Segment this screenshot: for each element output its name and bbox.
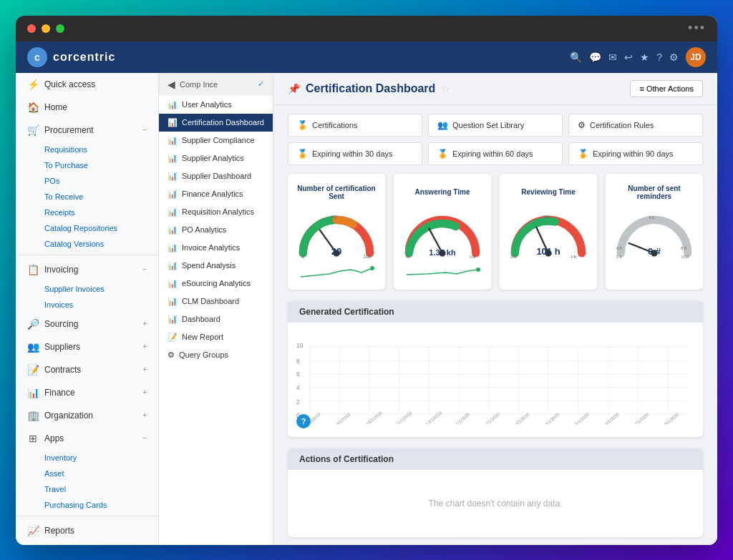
- svg-text:2: 2: [296, 398, 300, 406]
- generated-certification-chart-header: Generated Certification: [288, 301, 703, 323]
- nav-chart-icon-11: 📊: [168, 279, 178, 288]
- svg-text:11/1/2019: 11/1/2019: [395, 410, 413, 423]
- cert-sent-trend-svg: [296, 264, 377, 278]
- secondary-nav-invoice-analytics[interactable]: 📊 Invoice Analytics: [159, 239, 273, 257]
- expiring-60-button[interactable]: 🏅 Expiring within 60 days: [428, 142, 563, 165]
- svg-text:7/1/2020: 7/1/2020: [634, 411, 650, 423]
- sidebar-item-suppliers[interactable]: 👥 Suppliers +: [16, 335, 158, 358]
- invoicing-icon: 📋: [27, 264, 39, 275]
- settings-icon[interactable]: ⚙: [669, 51, 679, 63]
- contracts-toggle-icon: +: [142, 365, 147, 373]
- svg-point-10: [476, 267, 480, 272]
- browser-dot-close[interactable]: [27, 24, 36, 33]
- sidebar-sub-item-travel[interactable]: Travel: [16, 481, 158, 497]
- contracts-icon: 📝: [27, 364, 39, 375]
- sidebar-item-finance[interactable]: 📊 Finance +: [16, 381, 158, 404]
- nav-back-icon[interactable]: ◀: [168, 79, 175, 90]
- nav-chart-icon-10: 📊: [168, 261, 178, 270]
- sidebar-item-label: Finance: [44, 388, 75, 398]
- chat-icon[interactable]: 💬: [589, 51, 601, 63]
- favorite-star-icon[interactable]: ☆: [441, 83, 450, 94]
- sidebar-sub-item-catalog-repos[interactable]: Catalog Repositories: [16, 220, 158, 236]
- organization-toggle-icon: +: [142, 411, 147, 419]
- avatar[interactable]: JD: [686, 47, 706, 67]
- svg-text:2/1/2020: 2/1/2020: [485, 411, 500, 423]
- sidebar-item-organization[interactable]: 🏢 Organization +: [16, 404, 158, 427]
- sidebar-sub-item-receipts[interactable]: Receipts: [16, 205, 158, 220]
- sidebar-item-contracts[interactable]: 📝 Contracts +: [16, 358, 158, 381]
- secondary-nav-sourcing-analytics[interactable]: 📊 eSourcing Analytics: [159, 275, 273, 293]
- gauge-reminders: Number of sent reminders 2.0 6.0: [606, 174, 703, 290]
- svg-text:10: 10: [296, 342, 304, 349]
- browser-dot-maximize[interactable]: [56, 24, 64, 33]
- sidebar-sub-item-to-purchase[interactable]: To Purchase: [16, 157, 158, 173]
- search-icon[interactable]: 🔍: [570, 51, 582, 63]
- sidebar-sub-item-invoices[interactable]: Invoices: [16, 297, 158, 313]
- svg-text:1/1/2020: 1/1/2020: [455, 411, 470, 423]
- gauge-cert-sent-value: 29: [331, 246, 341, 257]
- sidebar-sub-item-requisitions[interactable]: Requisitions: [16, 142, 158, 157]
- sidebar: ⚡ Quick access 🏠 Home 🛒 Procurement − Re…: [16, 73, 159, 545]
- sidebar-item-sourcing[interactable]: 🔎 Sourcing +: [16, 313, 158, 335]
- sidebar-item-invoicing[interactable]: 📋 Invoicing −: [16, 258, 158, 281]
- sidebar-sub-item-supplier-invoices[interactable]: Supplier Invoices: [16, 281, 158, 297]
- sidebar-sub-item-to-receive[interactable]: To Receive: [16, 189, 158, 205]
- secondary-nav-supplier-analytics[interactable]: 📊 Supplier Analytics: [159, 149, 273, 167]
- sidebar-item-apps[interactable]: ⊞ Apps −: [16, 427, 158, 450]
- procurement-icon: 🛒: [27, 124, 39, 136]
- chart-help-button[interactable]: ?: [296, 414, 311, 428]
- gauges-section: Number of certification Sent: [273, 174, 717, 301]
- browser-dot-minimize[interactable]: [42, 24, 50, 33]
- gauge-reviewing-time-container: 200 14k 800 101 h: [508, 208, 588, 258]
- help-icon[interactable]: ?: [656, 51, 662, 63]
- svg-text:12/1/2019: 12/1/2019: [425, 410, 443, 423]
- question-set-icon: 👥: [437, 120, 448, 130]
- secondary-nav-finance-analytics[interactable]: 📊 Finance Analytics: [159, 185, 273, 203]
- secondary-nav-query-groups[interactable]: ⚙ Query Groups: [159, 346, 273, 364]
- certification-rules-icon: ⚙: [578, 120, 586, 130]
- star-icon[interactable]: ★: [640, 51, 649, 63]
- secondary-nav-spend-analysis[interactable]: 📊 Spend Analysis: [159, 257, 273, 275]
- question-set-library-button[interactable]: 👥 Question Set Library: [428, 114, 563, 137]
- sidebar-item-quick-access[interactable]: ⚡ Quick access: [16, 73, 158, 96]
- svg-text:4.0: 4.0: [616, 246, 622, 250]
- certifications-icon: 🏅: [297, 120, 308, 130]
- other-actions-button[interactable]: ≡ Other Actions: [630, 80, 703, 97]
- organization-icon: 🏢: [27, 410, 39, 421]
- secondary-nav-requisition-analytics[interactable]: 📊 Requisition Analytics: [159, 203, 273, 221]
- sidebar-divider-2: [16, 516, 158, 516]
- nav-chart-icon-2: 📊: [168, 118, 178, 127]
- sidebar-item-projects[interactable]: 📁 Projects: [16, 542, 158, 545]
- sidebar-item-home[interactable]: 🏠 Home: [16, 96, 158, 119]
- expiring-90-button[interactable]: 🏅 Expiring within 90 days: [568, 142, 703, 165]
- suppliers-toggle-icon: +: [142, 343, 147, 350]
- secondary-nav-user-analytics[interactable]: 📊 User Analytics: [159, 96, 273, 114]
- secondary-nav-dashboard[interactable]: 📊 Dashboard: [159, 310, 273, 328]
- logo-area: c corcentric: [27, 47, 115, 67]
- logo-icon: c: [27, 47, 47, 67]
- secondary-nav-supplier-dashboard[interactable]: 📊 Supplier Dashboard: [159, 167, 273, 185]
- actions-certification-card: Actions of Certification The chart doesn…: [288, 448, 703, 537]
- sidebar-item-procurement[interactable]: 🛒 Procurement −: [16, 119, 158, 142]
- secondary-nav-supplier-compliance[interactable]: 📊 Supplier Compliance: [159, 132, 273, 149]
- mail-icon[interactable]: ✉: [608, 51, 617, 63]
- expiring-90-icon: 🏅: [578, 149, 588, 159]
- secondary-nav-po-analytics[interactable]: 📊 PO Analytics: [159, 221, 273, 239]
- sidebar-sub-item-catalog-versions[interactable]: Catalog Versions: [16, 236, 158, 252]
- sidebar-sub-item-inventory[interactable]: Inventory: [16, 450, 158, 466]
- svg-text:6.0: 6.0: [649, 215, 655, 220]
- secondary-nav-new-report[interactable]: 📝 New Report: [159, 328, 273, 346]
- sidebar-item-reports[interactable]: 📈 Reports: [16, 519, 158, 542]
- actions-empty-message: The chart doesn't contain any data.: [428, 498, 562, 509]
- certifications-button[interactable]: 🏅 Certifications: [288, 114, 422, 137]
- secondary-nav-clm-dashboard[interactable]: 📊 CLM Dashboard: [159, 293, 273, 310]
- sidebar-item-label: Suppliers: [44, 342, 80, 352]
- history-icon[interactable]: ↩: [624, 51, 633, 63]
- sidebar-sub-item-pos[interactable]: POs: [16, 173, 158, 189]
- certification-rules-button[interactable]: ⚙ Certification Rules: [568, 114, 703, 137]
- svg-text:4k: 4k: [406, 254, 410, 257]
- sidebar-sub-item-purchasing-cards[interactable]: Purchasing Cards: [16, 497, 158, 513]
- expiring-30-button[interactable]: 🏅 Expiring within 30 days: [288, 142, 422, 165]
- secondary-nav-certification-dashboard[interactable]: 📊 Certification Dashboard: [159, 114, 273, 132]
- sidebar-sub-item-asset[interactable]: Asset: [16, 466, 158, 481]
